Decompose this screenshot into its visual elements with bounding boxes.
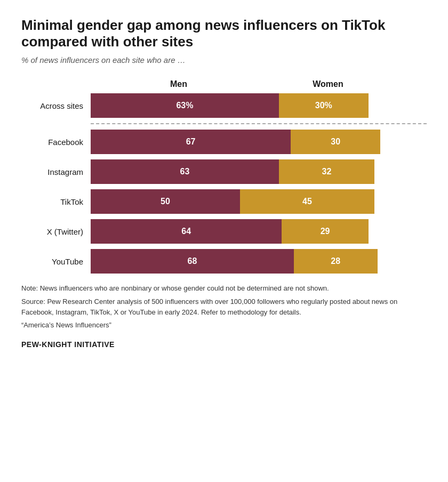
chart-area: Men Women Across sites63%30%Facebook6730… <box>21 79 427 274</box>
bar-label: Across sites <box>21 101 91 110</box>
bar-row: YouTube6828 <box>21 249 427 274</box>
bar-container: 6429 <box>91 219 427 244</box>
bar-container: 6332 <box>91 159 427 184</box>
bar-men: 50 <box>91 189 240 214</box>
bar-row: Across sites63%30% <box>21 93 427 118</box>
pew-brand: PEW-KNIGHT INITIATIVE <box>21 340 427 349</box>
bar-label: X (Twitter) <box>21 227 91 236</box>
bar-women: 45 <box>240 189 374 214</box>
bar-women: 32 <box>279 159 374 184</box>
bar-container: 5045 <box>91 189 427 214</box>
bar-container: 63%30% <box>91 93 427 118</box>
source-text: Source: Pew Research Center analysis of … <box>21 296 427 318</box>
bar-label: YouTube <box>21 257 91 266</box>
bar-men: 68 <box>91 249 294 274</box>
bar-label: Facebook <box>21 138 91 147</box>
bar-label: Instagram <box>21 167 91 176</box>
bars-container: Across sites63%30%Facebook6730Instagram6… <box>21 93 427 274</box>
legend-women: Women <box>261 79 395 89</box>
bar-row: Facebook6730 <box>21 130 427 154</box>
divider <box>21 123 427 124</box>
bar-men: 67 <box>91 130 291 154</box>
bar-container: 6828 <box>91 249 427 274</box>
notes-section: Note: News influencers who are nonbinary… <box>21 283 427 331</box>
note-text: Note: News influencers who are nonbinary… <box>21 283 427 294</box>
bar-women: 30 <box>291 130 380 154</box>
bar-row: Instagram6332 <box>21 159 427 184</box>
divider-line <box>91 123 427 124</box>
bar-women: 29 <box>282 219 368 244</box>
chart-legend: Men Women <box>96 79 427 89</box>
legend-men: Men <box>96 79 261 89</box>
quote-text: “America’s News Influencers” <box>21 320 427 331</box>
bar-women: 28 <box>294 249 378 274</box>
bar-men: 63% <box>91 93 279 118</box>
chart-subtitle: % of news influencers on each site who a… <box>21 55 427 65</box>
bar-label: TikTok <box>21 197 91 206</box>
bar-men: 64 <box>91 219 282 244</box>
bar-women: 30% <box>279 93 369 118</box>
chart-title: Minimal gender gap among news influencer… <box>21 17 395 50</box>
bar-container: 6730 <box>91 130 427 154</box>
bar-row: X (Twitter)6429 <box>21 219 427 244</box>
bar-men: 63 <box>91 159 279 184</box>
bar-row: TikTok5045 <box>21 189 427 214</box>
